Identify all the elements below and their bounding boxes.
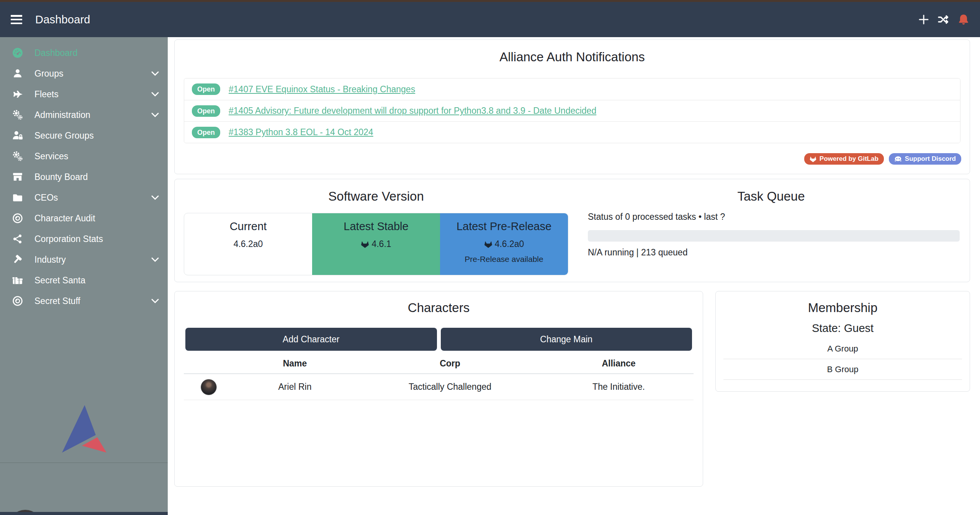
user-icon	[11, 68, 24, 79]
sidebar-divider	[0, 463, 168, 463]
gifts-icon	[11, 275, 24, 286]
sidebar-item-secret-stuff[interactable]: Secret Stuff	[0, 291, 168, 311]
character-corp: Tactically Challenged	[356, 382, 544, 392]
software-version-panel: Software Version Current 4.6.2a0 Latest …	[174, 179, 970, 282]
jet-icon	[11, 88, 24, 100]
characters-table-header: Name Corp Alliance	[184, 353, 694, 374]
chevron-down-icon	[150, 110, 160, 120]
list-item: B Group	[723, 359, 962, 380]
page-title: Dashboard	[35, 13, 90, 26]
sidebar-item-secret-santa[interactable]: Secret Santa	[0, 270, 168, 291]
notifications-list: Open #1407 EVE Equinox Status - Breaking…	[184, 78, 960, 143]
notification-row: Open #1407 EVE Equinox Status - Breaking…	[184, 78, 960, 100]
sidebar-item-label: Secret Santa	[34, 275, 85, 286]
version-heading: Latest Pre-Release	[440, 220, 568, 233]
character-avatar	[201, 379, 217, 395]
sidebar-item-character-audit[interactable]: Character Audit	[0, 208, 168, 229]
character-alliance: The Initiative.	[544, 382, 694, 392]
task-queue-section: Task Queue Status of 0 processed tasks •…	[581, 179, 961, 282]
folder-icon	[11, 192, 24, 203]
sidebar-item-groups[interactable]: Groups	[0, 63, 168, 84]
chevron-down-icon	[150, 296, 160, 306]
sidebar-item-label: Character Audit	[34, 213, 95, 224]
support-discord-badge[interactable]: Support Discord	[889, 153, 961, 165]
add-icon[interactable]	[917, 13, 930, 26]
column-header-name: Name	[234, 358, 356, 369]
shuffle-icon[interactable]	[937, 13, 950, 26]
sidebar-item-bounty-board[interactable]: Bounty Board	[0, 167, 168, 187]
chevron-down-icon	[150, 255, 160, 265]
sidebar-item-industry[interactable]: Industry	[0, 249, 168, 270]
membership-state: State: Guest	[716, 322, 970, 335]
character-name: Ariel Rin	[234, 382, 356, 392]
main-content: Alliance Auth Notifications Open #1407 E…	[168, 37, 980, 515]
alliance-auth-logo	[61, 404, 107, 454]
disc-eye-icon	[11, 295, 24, 307]
hammer-icon	[11, 254, 24, 265]
chevron-down-icon	[150, 69, 160, 78]
gitlab-icon	[810, 156, 816, 162]
change-main-button[interactable]: Change Main	[441, 328, 692, 351]
sidebar: Dashboard Groups Fleets	[0, 37, 168, 515]
sidebar-item-label: Dashboard	[34, 48, 78, 58]
software-version-title: Software Version	[184, 189, 568, 204]
membership-panel: Membership State: Guest A Group B Group	[715, 291, 970, 392]
sidebar-item-label: Fleets	[34, 89, 59, 100]
store-icon	[11, 171, 24, 183]
footer-bar	[0, 512, 168, 515]
sidebar-item-label: Industry	[34, 255, 66, 265]
powered-by-gitlab-badge[interactable]: Powered by GitLab	[804, 153, 884, 165]
version-col-current: Current 4.6.2a0	[184, 213, 312, 275]
sidebar-item-fleets[interactable]: Fleets	[0, 84, 168, 105]
characters-table: Name Corp Alliance Ariel Rin Tactically …	[184, 353, 694, 400]
version-value: 4.6.2a0	[234, 239, 263, 249]
cogs-icon	[11, 150, 24, 162]
user-panel: Ariel Rin Tactically Challenged The Init…	[0, 466, 168, 512]
notifications-title: Alliance Auth Notifications	[175, 50, 970, 64]
task-queue-title: Task Queue	[581, 189, 961, 204]
characters-panel: Characters Add Character Change Main Nam…	[174, 291, 703, 487]
version-col-stable: Latest Stable 4.6.1	[312, 213, 440, 275]
status-badge: Open	[192, 83, 220, 95]
sidebar-item-label: Groups	[34, 69, 63, 79]
membership-group-list: A Group B Group	[723, 338, 962, 380]
list-item: A Group	[723, 338, 962, 359]
sidebar-item-label: CEOs	[34, 193, 58, 203]
discord-icon	[894, 156, 902, 162]
notification-link[interactable]: #1383 Python 3.8 EOL - 14 Oct 2024	[229, 127, 373, 137]
sidebar-item-label: Corporation Stats	[34, 234, 103, 244]
cogs-icon	[11, 109, 24, 121]
menu-toggle-icon[interactable]	[11, 15, 22, 24]
sidebar-item-label: Administration	[34, 110, 90, 120]
sidebar-item-dashboard[interactable]: Dashboard	[0, 43, 168, 63]
version-box: Current 4.6.2a0 Latest Stable 4.6.1 Late…	[184, 213, 568, 275]
disc-eye-icon	[11, 213, 24, 224]
task-queue-summary: N/A running | 213 queued	[588, 247, 687, 258]
chevron-down-icon	[150, 89, 160, 99]
sidebar-item-label: Secure Groups	[34, 131, 94, 141]
notification-link[interactable]: #1407 EVE Equinox Status - Breaking Chan…	[229, 84, 415, 95]
version-value: 4.6.2a0	[495, 239, 524, 249]
sidebar-item-corporation-stats[interactable]: Corporation Stats	[0, 229, 168, 249]
navbar: Dashboard	[0, 2, 980, 37]
notification-link[interactable]: #1405 Advisory: Future development will …	[229, 106, 596, 116]
notifications-panel: Alliance Auth Notifications Open #1407 E…	[174, 39, 970, 174]
notification-row: Open #1405 Advisory: Future development …	[184, 100, 960, 121]
version-note: Pre-Release available	[440, 255, 568, 264]
task-queue-status: Status of 0 processed tasks • last ?	[588, 212, 725, 222]
bell-icon[interactable]	[957, 13, 970, 26]
sidebar-item-administration[interactable]: Administration	[0, 105, 168, 125]
sidebar-item-label: Bounty Board	[34, 172, 88, 182]
user-lock-icon	[11, 130, 24, 141]
sidebar-item-secure-groups[interactable]: Secure Groups	[0, 125, 168, 146]
sidebar-item-ceos[interactable]: CEOs	[0, 187, 168, 208]
share-icon	[11, 233, 24, 245]
sidebar-item-services[interactable]: Services	[0, 146, 168, 167]
membership-title: Membership	[716, 301, 970, 315]
sidebar-item-label: Services	[34, 151, 68, 162]
table-row: Ariel Rin Tactically Challenged The Init…	[184, 374, 694, 400]
add-character-button[interactable]: Add Character	[185, 328, 437, 351]
software-version-section: Software Version Current 4.6.2a0 Latest …	[184, 179, 568, 282]
characters-title: Characters	[175, 301, 703, 315]
badge-label: Powered by GitLab	[820, 155, 879, 163]
